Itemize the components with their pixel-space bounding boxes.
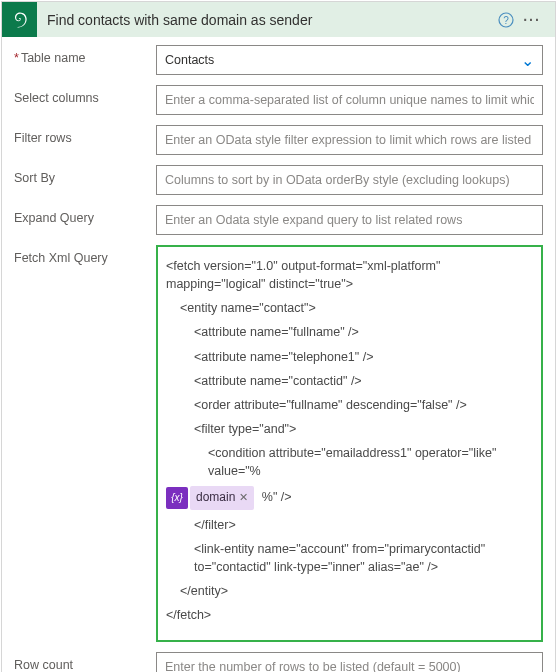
filter-rows-input[interactable] bbox=[156, 125, 543, 155]
xml-line: <attribute name="fullname" /> bbox=[166, 323, 533, 341]
field-row-expand-query: Expand Query bbox=[14, 205, 543, 235]
token-label: domain bbox=[196, 489, 235, 506]
label-fetch-xml: Fetch Xml Query bbox=[14, 245, 156, 265]
ellipsis-icon: ··· bbox=[523, 12, 541, 28]
label-table-name: Table name bbox=[14, 45, 156, 65]
token-remove-icon[interactable]: ✕ bbox=[239, 490, 248, 506]
expand-query-input[interactable] bbox=[156, 205, 543, 235]
xml-line: <attribute name="contactid" /> bbox=[166, 372, 533, 390]
row-count-input[interactable] bbox=[156, 652, 543, 672]
help-button[interactable]: ? bbox=[493, 7, 519, 33]
dataverse-icon bbox=[2, 2, 37, 37]
chevron-down-icon: ⌄ bbox=[521, 51, 534, 70]
xml-line: <entity name="contact"> bbox=[166, 299, 533, 317]
table-name-select[interactable]: Contacts ⌄ bbox=[156, 45, 543, 75]
field-row-row-count: Row count bbox=[14, 652, 543, 672]
label-sort-by: Sort By bbox=[14, 165, 156, 185]
xml-line: <attribute name="telephone1" /> bbox=[166, 348, 533, 366]
xml-text: %" /> bbox=[262, 490, 292, 504]
swirl-icon bbox=[10, 10, 30, 30]
field-row-select-columns: Select columns bbox=[14, 85, 543, 115]
label-row-count: Row count bbox=[14, 652, 156, 672]
card-body: Table name Contacts ⌄ Select columns Fil… bbox=[2, 37, 555, 672]
xml-line-token: {x} domain ✕ %" /> bbox=[166, 486, 533, 509]
more-menu-button[interactable]: ··· bbox=[519, 7, 545, 33]
xml-line: </fetch> bbox=[166, 606, 533, 624]
help-icon: ? bbox=[498, 12, 514, 28]
xml-line: <filter type="and"> bbox=[166, 420, 533, 438]
field-row-table-name: Table name Contacts ⌄ bbox=[14, 45, 543, 75]
field-row-sort-by: Sort By bbox=[14, 165, 543, 195]
table-name-value: Contacts bbox=[165, 53, 214, 67]
select-columns-input[interactable] bbox=[156, 85, 543, 115]
field-row-filter-rows: Filter rows bbox=[14, 125, 543, 155]
action-card: Find contacts with same domain as sender… bbox=[1, 1, 556, 672]
xml-line: <link-entity name="account" from="primar… bbox=[166, 540, 533, 576]
xml-line: </entity> bbox=[166, 582, 533, 600]
label-expand-query: Expand Query bbox=[14, 205, 156, 225]
xml-line: <fetch version="1.0" output-format="xml-… bbox=[166, 257, 533, 293]
field-row-fetch-xml: Fetch Xml Query <fetch version="1.0" out… bbox=[14, 245, 543, 642]
dynamic-token[interactable]: {x} domain ✕ bbox=[166, 486, 254, 509]
xml-line: <condition attribute="emailaddress1" ope… bbox=[166, 444, 533, 480]
xml-line: <order attribute="fullname" descending="… bbox=[166, 396, 533, 414]
svg-text:?: ? bbox=[503, 14, 509, 25]
card-title: Find contacts with same domain as sender bbox=[37, 12, 493, 28]
label-filter-rows: Filter rows bbox=[14, 125, 156, 145]
sort-by-input[interactable] bbox=[156, 165, 543, 195]
variable-icon: {x} bbox=[166, 487, 188, 509]
card-header[interactable]: Find contacts with same domain as sender… bbox=[2, 2, 555, 37]
xml-line: </filter> bbox=[166, 516, 533, 534]
xml-text: <condition attribute="emailaddress1" ope… bbox=[208, 446, 496, 478]
fetch-xml-editor[interactable]: <fetch version="1.0" output-format="xml-… bbox=[156, 245, 543, 642]
label-select-columns: Select columns bbox=[14, 85, 156, 105]
